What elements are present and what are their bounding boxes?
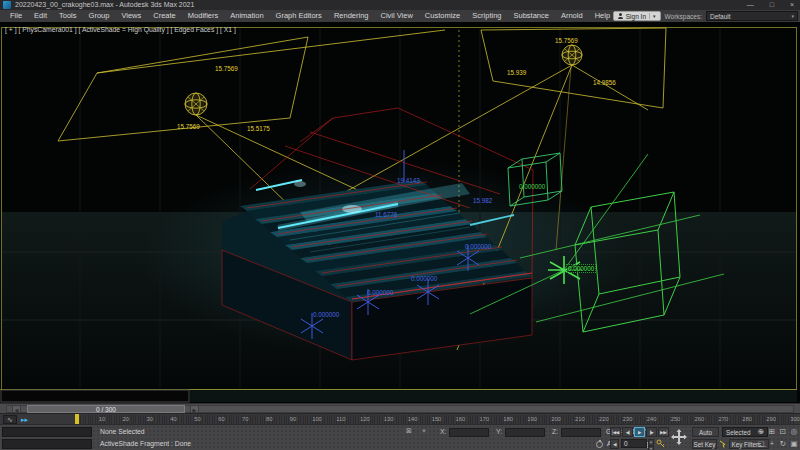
set-key-cursor-icon (719, 440, 727, 448)
timeline-tick-label: 70 (242, 416, 248, 422)
coord-y-label: Y: (496, 428, 502, 435)
zoom-icon[interactable]: ⊕ (756, 427, 766, 437)
maxscript-mini-listener-pink[interactable] (2, 427, 92, 437)
timeline-ruler[interactable]: ∿ ▸▸ 10203040506070809010011012013014015… (0, 413, 800, 424)
workspaces-label: Workspaces: (665, 13, 702, 20)
timeline-tick-label: 170 (479, 416, 489, 422)
go-to-end-button[interactable]: ▶▶| (658, 427, 669, 437)
timeline-tick-label: 20 (123, 416, 129, 422)
selection-set-value: Selected (726, 429, 751, 436)
play-button[interactable]: ▶ (634, 427, 645, 437)
coord-x-input[interactable] (449, 428, 489, 437)
window-title: 20220423_00_crakoghe03.max - Autodesk 3d… (15, 1, 194, 8)
orbit-icon[interactable]: ↻ (778, 439, 788, 449)
timeline-tick-label: 140 (408, 416, 418, 422)
timeline-tick-label: 120 (360, 416, 370, 422)
coord-y-input[interactable] (505, 428, 545, 437)
menu-items: FileEditToolsGroupViewsCreateModifiersAn… (0, 10, 616, 22)
go-to-start-button[interactable]: |◀◀ (610, 427, 621, 437)
coord-x-label: X: (440, 428, 446, 435)
menu-item-scripting[interactable]: Scripting (466, 10, 507, 22)
time-slider-prev-button[interactable]: ◀ (12, 405, 21, 413)
workspace-selector[interactable]: Default ▾ (706, 11, 798, 21)
sign-in-button[interactable]: Sign In ▾ (613, 11, 661, 21)
time-slider-next-button[interactable]: ▶ (190, 405, 199, 413)
chevron-down-icon: ▾ (791, 13, 794, 19)
timeline-tick-label: 250 (671, 416, 681, 422)
menu-item-graph-editors[interactable]: Graph Editors (270, 10, 328, 22)
menu-item-modifiers[interactable]: Modifiers (182, 10, 224, 22)
timeline-tick-label: 10 (99, 416, 105, 422)
menu-item-rendering[interactable]: Rendering (328, 10, 375, 22)
zoom-region-icon[interactable]: ◎ (789, 427, 799, 437)
timeline-tick-label: 80 (266, 416, 272, 422)
timeline-tick-label: 150 (432, 416, 442, 422)
coord-z-input[interactable] (561, 428, 601, 437)
previous-frame-button[interactable]: ◀| (622, 427, 633, 437)
maxscript-mini-listener-white[interactable] (2, 439, 92, 449)
light-sphere-right[interactable] (562, 45, 582, 65)
chevron-down-icon: ▾ (649, 13, 656, 19)
maximize-button[interactable]: □ (770, 0, 774, 10)
menu-item-civil-view[interactable]: Civil View (374, 10, 418, 22)
timeline-tick-label: 260 (695, 416, 705, 422)
menu-item-substance[interactable]: Substance (507, 10, 554, 22)
selection-lock-icon[interactable]: ⊠ (406, 427, 412, 435)
maximize-viewport-icon[interactable]: ▣ (789, 439, 799, 449)
close-button[interactable]: × (790, 0, 794, 10)
timeline-tick-label: 90 (290, 416, 296, 422)
key-mode-button[interactable]: ◀ (610, 439, 619, 449)
menu-item-tools[interactable]: Tools (53, 10, 83, 22)
time-slider-row: ◀ 0 / 300 ▶ (0, 403, 800, 413)
timeline-tick-label: 190 (527, 416, 537, 422)
viewport-header[interactable]: [ + ] [ PhysCamera001 ] [ ActiveShade = … (5, 26, 236, 33)
frame-spinner[interactable]: ▴ ▾ (648, 439, 654, 448)
timeline-tick-label: 50 (194, 416, 200, 422)
minimize-button[interactable]: — (747, 0, 754, 10)
viewport[interactable]: [ + ] [ PhysCamera001 ] [ ActiveShade = … (0, 22, 800, 403)
menu-item-animation[interactable]: Animation (224, 10, 269, 22)
timeline-tick-label: 290 (766, 416, 776, 422)
menu-item-file[interactable]: File (4, 10, 28, 22)
set-key-button[interactable]: Set Key (692, 439, 717, 449)
viewport-scene (0, 22, 800, 403)
time-slider-handle[interactable]: 0 / 300 (27, 405, 185, 413)
selection-status: None Selected (100, 428, 145, 435)
timeline-tick-label: 300 (790, 416, 800, 422)
timeline-tick-label: 280 (742, 416, 752, 422)
menu-bar: FileEditToolsGroupViewsCreateModifiersAn… (0, 10, 800, 22)
menu-item-edit[interactable]: Edit (28, 10, 53, 22)
current-frame-input[interactable]: 0 (621, 439, 647, 448)
pan-icon[interactable]: + (767, 439, 777, 449)
prompt-line: ActiveShade Fragment : Done (100, 440, 191, 447)
user-icon (618, 13, 623, 19)
spinner-down-icon[interactable]: ▾ (648, 446, 654, 450)
title-bar: 20220423_00_crakoghe03.max - Autodesk 3d… (0, 0, 800, 10)
timeline-tick-label: 230 (623, 416, 633, 422)
menubar-right: Sign In ▾ Workspaces: Default ▾ (613, 10, 798, 22)
current-frame-display: 0 / 300 (96, 406, 116, 413)
timeline-tick-label: 40 (170, 416, 176, 422)
menu-item-customize[interactable]: Customize (419, 10, 466, 22)
menu-item-create[interactable]: Create (147, 10, 182, 22)
light-sphere-left[interactable] (185, 93, 207, 115)
3ds-max-window: 20220423_00_crakoghe03.max - Autodesk 3d… (0, 0, 800, 450)
next-frame-button[interactable]: |▶ (646, 427, 657, 437)
viewport-sliver-right (190, 390, 797, 402)
timeline-tick-label: 130 (384, 416, 394, 422)
field-of-view-icon[interactable]: ▢ (756, 439, 766, 449)
menu-item-arnold[interactable]: Arnold (555, 10, 589, 22)
timeline-tick-label: 210 (575, 416, 585, 422)
pan-navigation-icon[interactable] (670, 428, 688, 447)
timeline-tick-label: 220 (599, 416, 609, 422)
auto-key-button[interactable]: Auto Key (692, 427, 719, 437)
timeline-tick-label: 30 (146, 416, 152, 422)
absolute-mode-icon[interactable]: ⌖ (422, 427, 426, 435)
menu-item-group[interactable]: Group (83, 10, 116, 22)
zoom-all-icon[interactable]: ⊞ (767, 427, 777, 437)
time-tag-clock-icon (596, 441, 603, 448)
zoom-extents-icon[interactable]: ⊡ (778, 427, 788, 437)
timeline-tick-label: 110 (336, 416, 345, 422)
menu-item-views[interactable]: Views (115, 10, 147, 22)
timeline-tick-label: 160 (456, 416, 466, 422)
